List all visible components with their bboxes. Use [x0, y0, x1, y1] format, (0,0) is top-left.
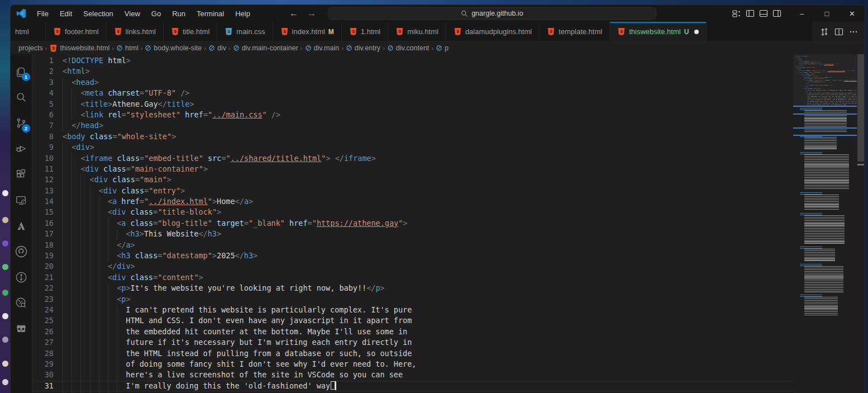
open-changes-icon[interactable]: [820, 27, 829, 36]
breadcrumb-symbol-html[interactable]: html: [116, 44, 139, 52]
code-editor[interactable]: 1<!DOCTYPE html>2<html>3<head>4<meta cha…: [32, 54, 793, 393]
scrollbar-thumb[interactable]: [857, 54, 864, 162]
code-line-2[interactable]: 2<html>: [32, 66, 793, 77]
activity-source-control-icon[interactable]: 2: [11, 110, 32, 136]
code-line-5[interactable]: 5<title>Athene.Gay</title>: [32, 99, 793, 110]
line-number: 15: [32, 207, 63, 217]
code-line-24[interactable]: 24I can't pretend this website is partic…: [32, 305, 793, 315]
code-line-7[interactable]: 7</head>: [32, 120, 793, 131]
line-number: 21: [32, 272, 63, 283]
unsaved-dot-icon[interactable]: [694, 30, 699, 34]
breadcrumb-symbol-div[interactable]: div: [208, 44, 226, 52]
code-line-17[interactable]: 17<h3>This Website</h3>: [32, 229, 793, 239]
tab-miku-html[interactable]: 5miku.html: [388, 22, 446, 41]
code-line-26[interactable]: 26the embedded hit counter at the bottom…: [32, 326, 793, 337]
code-line-31[interactable]: 31I'm really doing this the 'old-fashion…: [32, 381, 793, 391]
command-center-search[interactable]: gnargle.github.io: [328, 7, 656, 20]
code-line-30[interactable]: 30here's a live screenshot of the site i…: [32, 370, 793, 380]
activity-gitlens-inspect-icon[interactable]: [11, 290, 32, 316]
tab-title-html[interactable]: 5title.html: [164, 22, 217, 41]
tab-index-html[interactable]: 5index.htmlM: [273, 22, 342, 41]
vertical-scrollbar[interactable]: [857, 54, 865, 393]
code-line-18[interactable]: 18</a>: [32, 240, 793, 250]
activity-godot-tools-icon[interactable]: [11, 316, 32, 342]
code-line-21[interactable]: 21<div class="content">: [32, 272, 793, 283]
code-line-29[interactable]: 29of doing some fancy shit I don't see w…: [32, 359, 793, 370]
nav-forward-button[interactable]: →: [304, 8, 319, 18]
menu-edit[interactable]: Edit: [55, 7, 77, 20]
tab-template-html[interactable]: 5template.html: [540, 22, 610, 41]
code-line-12[interactable]: 12<div class="main">: [32, 174, 793, 185]
activity-remote-explorer-icon[interactable]: [11, 187, 32, 213]
symbol-icon: [208, 45, 215, 51]
menu-terminal[interactable]: Terminal: [192, 7, 229, 20]
code-line-20[interactable]: 20</div>: [32, 261, 793, 272]
menu-selection[interactable]: Selection: [78, 7, 118, 20]
code-line-8[interactable]: 8<body class="whole-site">: [32, 131, 793, 142]
tab-label: thiswebsite.html: [629, 27, 680, 36]
breadcrumb-symbol-body-whole-site[interactable]: body.whole-site: [145, 44, 202, 52]
tab-label: footer.html: [65, 27, 99, 36]
tab-links-html[interactable]: 5links.html: [107, 22, 164, 41]
nav-back-button[interactable]: ←: [287, 8, 301, 18]
activity-extensions-icon[interactable]: [11, 162, 32, 187]
activity-gitlens-icon[interactable]: [11, 264, 32, 290]
breadcrumb-symbol-div-main[interactable]: div.main: [305, 44, 340, 52]
activity-azure-icon[interactable]: [11, 213, 32, 239]
tab-dalamudplugins-html[interactable]: 5dalamudplugins.html: [446, 22, 540, 41]
activity-search-icon[interactable]: [11, 84, 32, 110]
code-line-19[interactable]: 19<h3 class="datestamp">2025</h3>: [32, 250, 793, 261]
code-line-13[interactable]: 13<div class="entry">: [32, 186, 793, 196]
code-line-22[interactable]: 22<p>It's the website you're looking at …: [32, 283, 793, 293]
tab-html[interactable]: html: [11, 22, 46, 41]
breadcrumb-symbol-div-content[interactable]: div.content: [387, 44, 430, 52]
activity-github-icon[interactable]: [11, 239, 32, 264]
tab-main-css[interactable]: 3main.css: [217, 22, 273, 41]
menu-help[interactable]: Help: [230, 7, 255, 20]
activity-explorer-icon[interactable]: 1: [11, 59, 32, 84]
customize-layout-icon[interactable]: [732, 9, 741, 18]
code-line-23[interactable]: 23<p>: [32, 294, 793, 305]
minimap[interactable]: <!DOCTYPE html><html><head><meta charset…: [793, 54, 857, 393]
code-line-10[interactable]: 10<iframe class="embed-title" src="../sh…: [32, 153, 793, 164]
code-line-4[interactable]: 4<meta charset="UTF-8" />: [32, 88, 793, 98]
code-line-1[interactable]: 1<!DOCTYPE html>: [32, 55, 793, 66]
toggle-primary-sidebar-icon[interactable]: [746, 9, 755, 18]
toggle-secondary-sidebar-icon[interactable]: [772, 9, 781, 18]
symbol-icon: [305, 45, 312, 51]
code-line-16[interactable]: 16<a class="blog-title" target="_blank" …: [32, 218, 793, 229]
menu-run[interactable]: Run: [167, 7, 190, 20]
code-line-15[interactable]: 15<div class="title-block">: [32, 207, 793, 217]
activity-run-and-debug-icon[interactable]: [11, 136, 32, 162]
tab-thiswebsite-html[interactable]: 5thiswebsite.htmlU: [610, 22, 707, 41]
tab-1-html[interactable]: 51.html: [342, 22, 388, 41]
breadcrumb-file[interactable]: 5thiswebsite.html: [49, 44, 109, 53]
maximize-button[interactable]: □: [814, 5, 840, 22]
tab-footer-html[interactable]: 5footer.html: [46, 22, 107, 41]
line-content: <a class="blog-title" target="_blank" hr…: [63, 218, 407, 229]
code-line-28[interactable]: 28the HTML instead of pulling from a dat…: [32, 348, 793, 359]
line-content: <iframe class="embed-title" src="../shar…: [63, 153, 376, 164]
breadcrumb-symbol-div-entry[interactable]: div.entry: [346, 44, 380, 52]
code-line-3[interactable]: 3<head>: [32, 77, 793, 88]
menu-view[interactable]: View: [120, 7, 145, 20]
code-line-27[interactable]: 27future if it's necessary but I'm writi…: [32, 337, 793, 348]
close-button[interactable]: ✕: [840, 5, 865, 22]
code-line-14[interactable]: 14<a href="../index.html">Home</a>: [32, 196, 793, 207]
menu-file[interactable]: File: [32, 7, 54, 20]
split-editor-icon[interactable]: [834, 27, 843, 36]
badge: 1: [22, 73, 30, 81]
menu-go[interactable]: Go: [146, 7, 166, 20]
breadcrumb-folder[interactable]: projects: [18, 44, 43, 52]
minimap-viewport[interactable]: [793, 54, 857, 107]
code-line-25[interactable]: 25HTML and CSS. I don't even have any ja…: [32, 315, 793, 326]
tab-label: html: [15, 27, 29, 36]
code-line-6[interactable]: 6<link rel="stylesheet" href="../main.cs…: [32, 110, 793, 120]
breadcrumb-symbol-div-main-container[interactable]: div.main-container: [233, 44, 298, 52]
minimize-button[interactable]: –: [789, 5, 814, 22]
breadcrumb-symbol-p[interactable]: p: [436, 44, 449, 52]
more-actions-icon[interactable]: [849, 27, 858, 36]
toggle-panel-icon[interactable]: [759, 9, 768, 18]
code-line-9[interactable]: 9<div>: [32, 142, 793, 153]
code-line-11[interactable]: 11<div class="main-container">: [32, 164, 793, 174]
